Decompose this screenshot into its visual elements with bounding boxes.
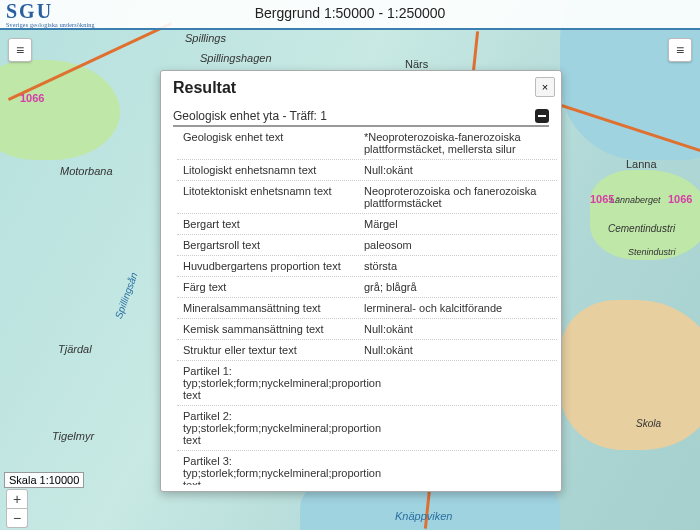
attribute-value: *Neoproterozoiska-fanerozoiska plattform…	[364, 131, 553, 155]
attribute-key: Färg text	[183, 281, 364, 293]
zoom-in-button[interactable]: +	[6, 489, 28, 509]
attribute-value: Null:okänt	[364, 323, 553, 335]
attribute-value	[387, 455, 553, 485]
map-label: Spillingsån	[113, 271, 140, 320]
table-row: Partikel 3: typ;storlek;form;nyckelminer…	[177, 451, 557, 485]
table-row: Litologiskt enhetsnamn textNull:okänt	[177, 160, 557, 181]
popup-close-button[interactable]: ×	[535, 77, 555, 97]
table-row: Färg textgrå; blågrå	[177, 277, 557, 298]
map-label: Spillingshagen	[200, 52, 272, 64]
map-label: Lännaberget	[610, 195, 661, 205]
zoom-control: + −	[6, 489, 26, 528]
table-row: Kemisk sammansättning textNull:okänt	[177, 319, 557, 340]
attribute-key: Bergart text	[183, 218, 364, 230]
attribute-value	[387, 410, 553, 446]
map-label: Cementindustri	[608, 223, 675, 234]
header-bar: SGU Sveriges geologiska undersökning Ber…	[0, 0, 700, 30]
map-label: Knäppviken	[395, 510, 453, 522]
attribute-value: Null:okänt	[364, 344, 553, 356]
table-row: Huvudbergartens proportion textstörsta	[177, 256, 557, 277]
attribute-key: Litotektoniskt enhetsnamn text	[183, 185, 364, 209]
result-popup: × Resultat Geologisk enhet yta - Träff: …	[160, 70, 562, 492]
map-label: Tjärdal	[58, 343, 92, 355]
map-elevation: 1066	[20, 92, 44, 104]
zoom-out-button[interactable]: −	[6, 509, 28, 528]
attribute-value	[387, 365, 553, 401]
map-label: Lanna	[626, 158, 657, 170]
map-label: Skola	[636, 418, 661, 429]
popup-header: Resultat	[161, 71, 561, 101]
attribute-value: Neoproterozoiska och fanerozoiska plattf…	[364, 185, 553, 209]
table-row: Partikel 2: typ;storlek;form;nyckelminer…	[177, 406, 557, 451]
attribute-key: Partikel 3: typ;storlek;form;nyckelminer…	[183, 455, 387, 485]
map-elevation: 1066	[668, 193, 692, 205]
popup-title: Resultat	[173, 79, 236, 96]
attribute-value: paleosom	[364, 239, 553, 251]
collapse-icon[interactable]	[535, 109, 549, 123]
table-row: Bergartsroll textpaleosom	[177, 235, 557, 256]
menu-button[interactable]: ≡	[8, 38, 32, 62]
scale-indicator: Skala 1:10000	[4, 472, 84, 488]
layers-icon: ≡	[676, 42, 684, 58]
map-elevation: 1065	[590, 193, 614, 205]
table-row: Struktur eller textur textNull:okänt	[177, 340, 557, 361]
attribute-key: Partikel 1: typ;storlek;form;nyckelminer…	[183, 365, 387, 401]
attribute-key: Kemisk sammansättning text	[183, 323, 364, 335]
attribute-value: största	[364, 260, 553, 272]
attribute-value: lermineral- och kalcitförande	[364, 302, 553, 314]
attribute-value: Märgel	[364, 218, 553, 230]
attribute-key: Bergartsroll text	[183, 239, 364, 251]
section-label: Geologisk enhet yta - Träff: 1	[173, 109, 327, 123]
layers-button[interactable]: ≡	[668, 38, 692, 62]
close-icon: ×	[542, 81, 548, 93]
attribute-value: Null:okänt	[364, 164, 553, 176]
attribute-key: Litologiskt enhetsnamn text	[183, 164, 364, 176]
page-title: Berggrund 1:50000 - 1:250000	[0, 5, 700, 21]
menu-icon: ≡	[16, 42, 24, 58]
attribute-key: Geologisk enhet text	[183, 131, 364, 155]
table-row: Litotektoniskt enhetsnamn textNeoprotero…	[177, 181, 557, 214]
table-row: Mineralsammansättning textlermineral- oc…	[177, 298, 557, 319]
attribute-key: Partikel 2: typ;storlek;form;nyckelminer…	[183, 410, 387, 446]
table-row: Partikel 1: typ;storlek;form;nyckelminer…	[177, 361, 557, 406]
map-label: Närs	[405, 58, 428, 70]
map-label: Motorbana	[60, 165, 113, 177]
attribute-key: Huvudbergartens proportion text	[183, 260, 364, 272]
attribute-table[interactable]: Geologisk enhet text*Neoproterozoiska-fa…	[177, 127, 557, 485]
logo-subtext: Sveriges geologiska undersökning	[6, 22, 95, 28]
map-label: Tigelmyr	[52, 430, 94, 442]
table-row: Geologisk enhet text*Neoproterozoiska-fa…	[177, 127, 557, 160]
attribute-value: grå; blågrå	[364, 281, 553, 293]
map-label: Spillings	[185, 32, 226, 44]
section-header[interactable]: Geologisk enhet yta - Träff: 1	[173, 105, 549, 127]
map-label: Stenindustri	[628, 247, 676, 257]
table-row: Bergart textMärgel	[177, 214, 557, 235]
attribute-key: Mineralsammansättning text	[183, 302, 364, 314]
attribute-key: Struktur eller textur text	[183, 344, 364, 356]
